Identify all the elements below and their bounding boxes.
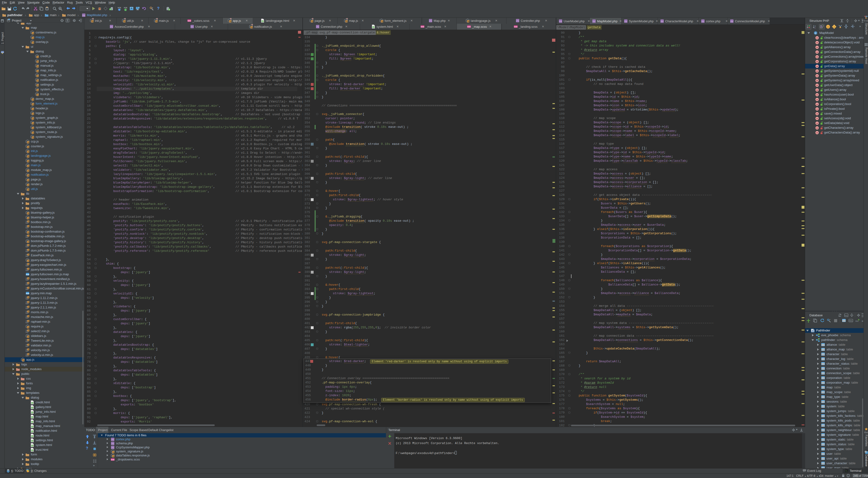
svg-text:php: php (593, 21, 595, 22)
svg-text:php: php (112, 447, 114, 448)
svg-text:h: h (32, 412, 33, 413)
svg-text:JS: JS (36, 94, 39, 96)
svg-text:JS: JS (32, 99, 34, 101)
svg-text:010: 010 (26, 256, 28, 257)
svg-text:JS: JS (32, 122, 34, 125)
svg-text:010: 010 (26, 270, 28, 272)
svg-text:JS: JS (27, 336, 29, 338)
svg-text:010: 010 (26, 322, 28, 324)
svg-text:010: 010 (26, 289, 28, 290)
svg-text:JS: JS (27, 146, 29, 148)
svg-text:>_: >_ (845, 470, 848, 472)
svg-text:JS: JS (28, 235, 30, 236)
svg-text:JS: JS (32, 42, 34, 44)
svg-text:JS: JS (27, 174, 29, 177)
svg-text:JS: JS (28, 254, 30, 256)
svg-text:JS: JS (27, 189, 29, 191)
svg-text:h: h (32, 402, 33, 404)
svg-text:JS: JS (28, 225, 30, 227)
svg-text:m: m (816, 127, 818, 129)
svg-text:010: 010 (26, 265, 28, 267)
svg-text:SASS: SASS (467, 26, 471, 28)
svg-text:JS: JS (28, 263, 30, 265)
svg-text:VCS: VCS (118, 7, 121, 8)
svg-text:JS: JS (112, 455, 114, 457)
svg-text:a: a (815, 25, 815, 27)
svg-text:m: m (816, 70, 818, 72)
svg-text:JS: JS (32, 37, 34, 39)
svg-text:JS: JS (32, 103, 34, 105)
svg-text:JS: JS (27, 151, 29, 153)
svg-text:JS: JS (32, 118, 34, 120)
svg-text:m: m (816, 65, 818, 68)
svg-text:JS: JS (28, 316, 30, 317)
svg-text:JS: JS (28, 282, 30, 284)
svg-text:010: 010 (26, 298, 28, 300)
svg-text:JS: JS (36, 89, 39, 91)
svg-text:JS: JS (28, 330, 30, 331)
svg-text:010: 010 (26, 227, 28, 229)
svg-text:JS: JS (32, 127, 34, 129)
svg-text:JSON: JSON (26, 293, 29, 294)
svg-text:JS: JS (32, 32, 34, 34)
svg-text:JS: JS (36, 80, 39, 82)
svg-text:JS: JS (28, 320, 30, 322)
svg-text:JS: JS (36, 75, 39, 77)
svg-text:JS: JS (28, 268, 30, 270)
svg-text:JS: JS (28, 245, 30, 246)
svg-text:m: m (816, 37, 818, 39)
svg-text:php: php (112, 443, 114, 444)
svg-text:JS: JS (36, 85, 39, 87)
svg-text:h: h (32, 435, 33, 437)
svg-text:JS: JS (27, 179, 29, 181)
svg-text:010: 010 (26, 279, 28, 281)
svg-text:JS: JS (28, 353, 30, 355)
svg-text:010: 010 (26, 355, 28, 357)
svg-text:php: php (191, 26, 193, 27)
svg-text:JS: JS (27, 170, 29, 172)
svg-text:010: 010 (26, 317, 28, 319)
svg-text:JS: JS (155, 21, 157, 23)
svg-text:JS: JS (28, 311, 30, 313)
svg-text:JS: JS (467, 21, 469, 23)
svg-text:JS: JS (229, 21, 231, 23)
svg-text:c: c (834, 26, 835, 28)
svg-text:JS: JS (345, 21, 347, 23)
svg-text:SASS: SASS (514, 26, 517, 28)
svg-text:h: h (32, 431, 33, 432)
svg-text:m: m (816, 132, 818, 134)
svg-text:php: php (83, 14, 85, 16)
svg-text:010: 010 (26, 341, 28, 343)
svg-text:JS: JS (28, 221, 30, 222)
svg-text:m: m (816, 89, 818, 91)
svg-text:JS: JS (27, 241, 29, 243)
svg-text:JS: JS (112, 451, 114, 453)
svg-text:010: 010 (26, 303, 28, 305)
svg-text:JS: JS (28, 297, 30, 298)
svg-text:SQL: SQL (845, 315, 848, 316)
svg-text:php: php (661, 21, 663, 22)
svg-text:JS: JS (32, 113, 34, 115)
svg-text:JS: JS (28, 306, 30, 308)
svg-text:JS: JS (28, 344, 30, 346)
svg-text:JS: JS (27, 260, 29, 262)
svg-text:php: php (1, 52, 4, 53)
svg-text:C: C (815, 32, 816, 34)
svg-text:JS: JS (250, 26, 253, 28)
svg-text:z: z (815, 27, 815, 29)
svg-text:m: m (816, 46, 818, 49)
svg-text:m: m (816, 51, 818, 53)
svg-text:010: 010 (26, 236, 28, 238)
svg-text:JS: JS (28, 278, 30, 279)
svg-text:JS: JS (36, 61, 39, 63)
svg-text:JS: JS (32, 136, 34, 139)
svg-text:010: 010 (26, 331, 28, 333)
svg-text:m: m (816, 98, 818, 101)
svg-text:php: php (316, 26, 319, 27)
svg-text:m: m (816, 117, 818, 120)
svg-text:m: m (816, 56, 818, 58)
svg-text:JS: JS (28, 349, 30, 350)
svg-text:JS: JS (36, 65, 39, 68)
svg-text:JS: JS (123, 21, 125, 23)
svg-text:JS: JS (381, 21, 383, 23)
